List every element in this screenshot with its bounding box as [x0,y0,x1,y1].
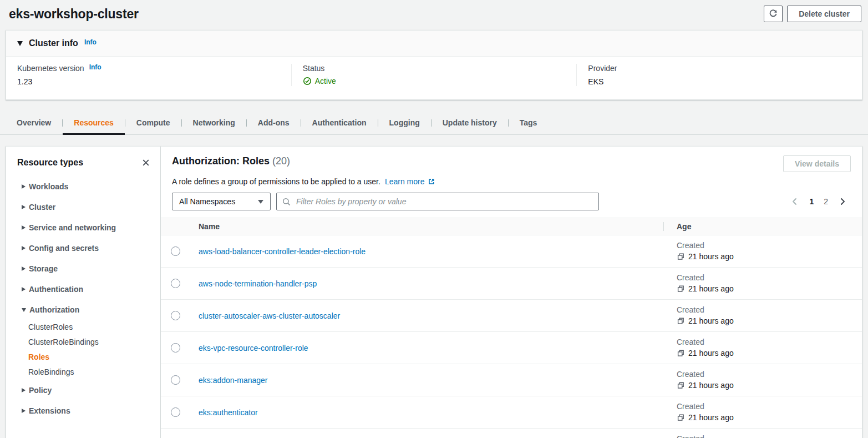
age-value: 21 hours ago [688,284,734,293]
sidebar-item-rolebindings[interactable]: RoleBindings [17,365,151,380]
sidebar-group-authentication[interactable]: Authentication [17,279,151,299]
tab-bar: Overview Resources Compute Networking Ad… [0,112,868,135]
search-input[interactable] [295,197,593,207]
copy-icon[interactable] [677,317,684,325]
column-header-age[interactable]: Age [663,218,862,235]
cluster-info-title: Cluster info [29,38,78,48]
tab-update-history[interactable]: Update history [432,112,508,134]
page-1-button[interactable]: 1 [806,196,816,207]
page-header: eks-workshop-cluster Delete cluster [0,0,868,28]
caret-down-icon [22,308,26,312]
row-radio[interactable] [171,279,180,288]
resource-types-panel: Resource types Workloads Cluster Service… [6,147,161,438]
caret-right-icon [22,409,26,413]
caret-right-icon [22,388,26,392]
sidebar-group-cluster[interactable]: Cluster [17,197,151,217]
caret-right-icon [22,266,26,271]
sidebar-group-extensions[interactable]: Extensions [17,400,151,421]
sidebar-item-clusterrolebindings[interactable]: ClusterRoleBindings [17,335,151,350]
next-page-button[interactable] [835,196,850,207]
chevron-down-icon [258,200,263,204]
previous-page-button[interactable] [788,196,802,207]
copy-icon[interactable] [677,349,684,357]
copy-icon[interactable] [677,285,684,293]
tab-compute[interactable]: Compute [125,112,181,134]
delete-cluster-button[interactable]: Delete cluster [787,6,861,22]
tab-overview[interactable]: Overview [6,112,62,134]
sidebar-item-clusterroles[interactable]: ClusterRoles [17,320,151,335]
page: { "header": { "title": "eks-workshop-clu… [0,0,868,438]
sidebar-group-authorization[interactable]: Authorization [17,299,151,320]
caret-right-icon [22,287,26,291]
caret-right-icon [22,225,26,230]
created-label: Created [677,273,862,282]
group-label: Workloads [29,182,68,191]
row-radio[interactable] [171,246,180,256]
tab-tags[interactable]: Tags [509,112,549,134]
row-radio[interactable] [171,375,180,385]
tab-add-ons[interactable]: Add-ons [247,112,301,134]
age-value: 21 hours ago [688,381,734,390]
sidebar-group-workloads[interactable]: Workloads [17,176,151,197]
copy-icon[interactable] [677,414,684,421]
roles-title: Authorization: Roles [172,155,270,167]
caret-right-icon [22,246,26,250]
group-label: Storage [29,264,58,273]
row-radio[interactable] [171,311,180,320]
group-label: Cluster [29,203,55,212]
tab-authentication[interactable]: Authentication [301,112,378,134]
sidebar-group-config-and-secrets[interactable]: Config and secrets [17,238,151,258]
role-name-link[interactable]: eks:authenticator [199,408,258,417]
resources-content: Resource types Workloads Cluster Service… [6,146,862,438]
tab-resources[interactable]: Resources [63,112,125,134]
search-icon [282,198,291,206]
role-name-link[interactable]: aws-load-balancer-controller-leader-elec… [199,247,366,256]
roles-table: Name Age aws-load-balancer-controller-le… [161,218,862,438]
roles-panel: Authorization: Roles (20) View details A… [161,147,862,438]
page-actions: Delete cluster [764,6,861,22]
group-label: Authorization [29,305,79,314]
kubernetes-version-label: Kubernetes version [17,64,84,73]
kubernetes-version-info-link[interactable]: Info [89,63,101,71]
provider-field: Provider EKS [576,64,862,86]
sidebar-group-storage[interactable]: Storage [17,258,151,279]
view-details-button[interactable]: View details [783,155,851,172]
cluster-info-panel: Cluster info Info Kubernetes version Inf… [6,30,862,100]
role-name-link[interactable]: eks:addon-manager [199,376,268,385]
cluster-info-body: Kubernetes version Info 1.23 Status Acti… [6,57,862,99]
page-2-button[interactable]: 2 [821,196,831,207]
close-icon [141,158,150,167]
column-header-name[interactable]: Name [199,222,663,231]
learn-more-link[interactable]: Learn more [385,177,435,186]
namespace-filter-dropdown[interactable]: All Namespaces [172,193,271,210]
resource-types-title: Resource types [17,158,83,168]
row-radio[interactable] [171,407,180,417]
close-panel-button[interactable] [140,157,151,168]
learn-more-label: Learn more [385,177,425,186]
refresh-button[interactable] [764,6,783,22]
sidebar-group-service-and-networking[interactable]: Service and networking [17,217,151,238]
roles-description: A role defines a group of permissions to… [172,177,380,186]
provider-value: EKS [588,77,851,86]
role-name-link[interactable]: aws-node-termination-handler-psp [199,279,317,288]
group-label: Authentication [29,285,83,294]
tab-networking[interactable]: Networking [182,112,246,134]
cluster-info-info-link[interactable]: Info [84,38,97,46]
sidebar-group-policy[interactable]: Policy [17,380,151,400]
row-radio[interactable] [171,343,180,353]
page-title: eks-workshop-cluster [9,7,139,22]
group-label: Config and secrets [29,244,99,253]
table-row: aws-load-balancer-controller-leader-elec… [161,235,862,268]
role-name-link[interactable]: cluster-autoscaler-aws-cluster-autoscale… [199,311,340,320]
caret-right-icon [22,205,26,209]
role-name-link[interactable]: eks-vpc-resource-controller-role [199,344,308,353]
cluster-info-header[interactable]: Cluster info Info [6,31,862,57]
tab-logging[interactable]: Logging [378,112,431,134]
table-row: cluster-autoscaler-aws-cluster-autoscale… [161,300,862,332]
sidebar-item-roles[interactable]: Roles [17,350,151,365]
copy-icon[interactable] [677,381,684,389]
copy-icon[interactable] [677,253,684,260]
created-label: Created [677,434,862,438]
table-row: Created [161,429,862,438]
chevron-right-icon [838,197,847,206]
